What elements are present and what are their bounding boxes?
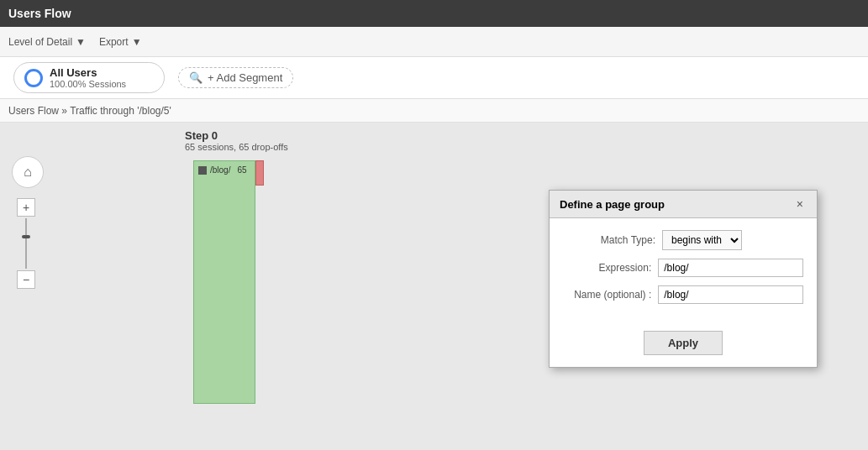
expression-label: Expression: — [563, 262, 651, 274]
zoom-track — [25, 218, 27, 269]
breadcrumb: Users Flow » Traffic through '/blog/5' — [0, 99, 868, 123]
match-type-label: Match Type: — [563, 234, 655, 246]
step-sessions: 65 sessions, 65 drop-offs — [185, 142, 288, 152]
dialog-title: Define a page group — [560, 198, 665, 211]
home-icon: ⌂ — [24, 165, 32, 180]
dialog-header: Define a page group × — [550, 191, 817, 218]
match-type-select[interactable]: begins with contains ends with equals re… — [662, 230, 742, 250]
bar-page-label: /blog/ — [210, 165, 230, 175]
breadcrumb-text: Users Flow » Traffic through '/blog/5' — [8, 105, 171, 117]
segment-info: All Users 100.00% Sessions — [50, 66, 126, 89]
export-chevron: ▼ — [132, 36, 142, 48]
export-button[interactable]: Export ▼ — [99, 36, 142, 48]
nav-home-button[interactable]: ⌂ — [12, 156, 44, 188]
level-of-detail-chevron: ▼ — [76, 36, 86, 48]
step-title: Step 0 — [185, 129, 288, 142]
name-input[interactable] — [658, 285, 803, 304]
bar-grid-icon — [198, 166, 207, 175]
bar-label: /blog/ 65 — [198, 165, 247, 175]
dialog-footer: Apply — [550, 324, 817, 367]
main-content: ⌂ + − Step 0 65 sessions, 65 drop-offs /… — [0, 123, 868, 450]
top-bar: Users Flow — [0, 0, 868, 27]
expression-input[interactable] — [658, 259, 803, 277]
page-title: Users Flow — [8, 7, 71, 20]
segment-name: All Users — [50, 66, 126, 79]
toolbar: Level of Detail ▼ Export ▼ — [0, 27, 868, 57]
flow-bar-red[interactable] — [255, 160, 264, 186]
segment-pill[interactable]: All Users 100.00% Sessions — [13, 62, 165, 93]
level-of-detail-button[interactable]: Level of Detail ▼ — [8, 36, 86, 48]
name-label: Name (optional) : — [563, 289, 651, 301]
zoom-in-button[interactable]: + — [17, 198, 35, 217]
flow-bar-green[interactable]: /blog/ 65 — [193, 160, 255, 404]
expression-row: Expression: — [563, 259, 803, 277]
name-row: Name (optional) : — [563, 285, 803, 304]
export-label: Export — [99, 36, 129, 48]
dialog-body: Match Type: begins with contains ends wi… — [550, 218, 817, 324]
add-segment-label: + Add Segment — [208, 71, 282, 84]
zoom-handle — [22, 235, 30, 238]
flow-bar-container: /blog/ 65 — [193, 160, 260, 412]
dialog-close-button[interactable]: × — [793, 197, 807, 211]
segment-pct: 100.00% Sessions — [50, 79, 126, 89]
add-segment-button[interactable]: 🔍 + Add Segment — [178, 67, 293, 88]
zoom-out-button[interactable]: − — [17, 270, 35, 289]
match-type-row: Match Type: begins with contains ends wi… — [563, 230, 803, 250]
zoom-controls: + − — [17, 198, 35, 289]
add-segment-icon: 🔍 — [189, 71, 203, 84]
define-page-group-dialog: Define a page group × Match Type: begins… — [549, 190, 818, 368]
segment-bar: All Users 100.00% Sessions 🔍 + Add Segme… — [0, 57, 868, 99]
step-header: Step 0 65 sessions, 65 drop-offs — [185, 129, 288, 152]
apply-button[interactable]: Apply — [644, 331, 723, 355]
segment-icon — [24, 69, 43, 87]
bar-count: 65 — [237, 165, 246, 175]
dialog-overlay: Define a page group × Match Type: begins… — [0, 123, 868, 450]
level-of-detail-label: Level of Detail — [8, 36, 72, 48]
